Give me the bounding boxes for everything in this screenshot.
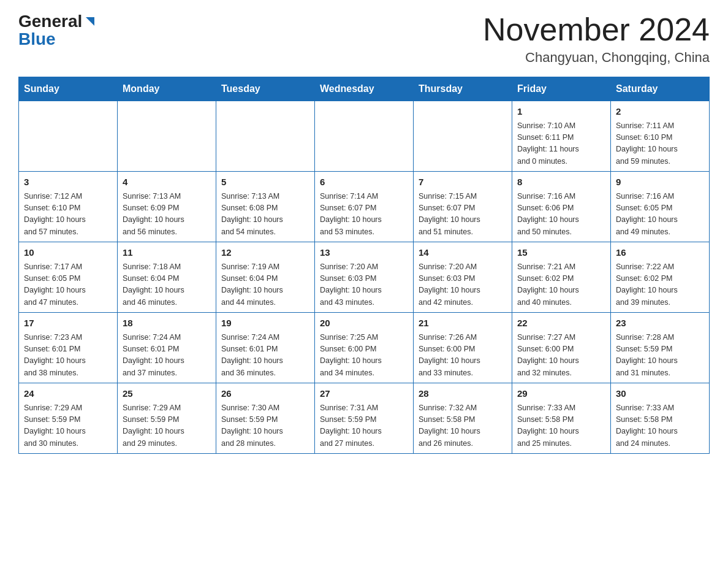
day-info: Sunrise: 7:18 AM Sunset: 6:04 PM Dayligh… [123,261,211,309]
day-info: Sunrise: 7:13 AM Sunset: 6:08 PM Dayligh… [221,191,309,239]
day-number: 6 [320,175,408,190]
day-number: 12 [221,246,309,260]
calendar-cell: 4Sunrise: 7:13 AM Sunset: 6:09 PM Daylig… [118,172,216,242]
logo: General Blue [18,12,97,48]
calendar-cell: 19Sunrise: 7:24 AM Sunset: 6:01 PM Dayli… [216,313,315,383]
day-number: 7 [419,175,507,190]
day-info: Sunrise: 7:33 AM Sunset: 5:58 PM Dayligh… [517,402,605,450]
day-number: 24 [24,387,112,401]
day-info: Sunrise: 7:31 AM Sunset: 5:59 PM Dayligh… [320,402,408,450]
day-number: 10 [24,246,112,260]
day-number: 21 [419,316,507,331]
calendar-cell [118,101,216,172]
day-info: Sunrise: 7:24 AM Sunset: 6:01 PM Dayligh… [123,332,211,380]
title-area: November 2024 Changyuan, Chongqing, Chin… [483,12,710,66]
calendar-cell: 16Sunrise: 7:22 AM Sunset: 6:02 PM Dayli… [611,242,710,313]
calendar-cell: 17Sunrise: 7:23 AM Sunset: 6:01 PM Dayli… [19,313,118,383]
svg-marker-0 [86,17,94,26]
day-info: Sunrise: 7:19 AM Sunset: 6:04 PM Dayligh… [221,261,309,309]
day-info: Sunrise: 7:27 AM Sunset: 6:00 PM Dayligh… [517,332,605,380]
day-info: Sunrise: 7:33 AM Sunset: 5:58 PM Dayligh… [616,402,704,450]
day-info: Sunrise: 7:20 AM Sunset: 6:03 PM Dayligh… [320,261,408,309]
day-info: Sunrise: 7:29 AM Sunset: 5:59 PM Dayligh… [24,402,112,450]
day-number: 27 [320,387,408,401]
calendar-cell: 14Sunrise: 7:20 AM Sunset: 6:03 PM Dayli… [414,242,512,313]
calendar-cell: 11Sunrise: 7:18 AM Sunset: 6:04 PM Dayli… [118,242,216,313]
week-row-1: 1Sunrise: 7:10 AM Sunset: 6:11 PM Daylig… [19,101,710,172]
day-info: Sunrise: 7:23 AM Sunset: 6:01 PM Dayligh… [24,332,112,380]
calendar-cell: 7Sunrise: 7:15 AM Sunset: 6:07 PM Daylig… [414,172,512,242]
day-info: Sunrise: 7:16 AM Sunset: 6:05 PM Dayligh… [616,191,704,239]
day-number: 3 [24,175,112,190]
day-info: Sunrise: 7:29 AM Sunset: 5:59 PM Dayligh… [123,402,211,450]
day-info: Sunrise: 7:28 AM Sunset: 5:59 PM Dayligh… [616,332,704,380]
calendar-table: SundayMondayTuesdayWednesdayThursdayFrid… [18,77,710,454]
day-number: 9 [616,175,704,190]
calendar-cell: 13Sunrise: 7:20 AM Sunset: 6:03 PM Dayli… [315,242,414,313]
day-number: 11 [123,246,211,260]
day-info: Sunrise: 7:32 AM Sunset: 5:58 PM Dayligh… [419,402,507,450]
day-info: Sunrise: 7:12 AM Sunset: 6:10 PM Dayligh… [24,191,112,239]
day-info: Sunrise: 7:10 AM Sunset: 6:11 PM Dayligh… [517,120,605,168]
calendar-cell: 18Sunrise: 7:24 AM Sunset: 6:01 PM Dayli… [118,313,216,383]
day-info: Sunrise: 7:21 AM Sunset: 6:02 PM Dayligh… [517,261,605,309]
day-number: 18 [123,316,211,331]
day-number: 15 [517,246,605,260]
weekday-header-row: SundayMondayTuesdayWednesdayThursdayFrid… [19,77,710,101]
calendar-cell: 15Sunrise: 7:21 AM Sunset: 6:02 PM Dayli… [512,242,611,313]
calendar-cell: 30Sunrise: 7:33 AM Sunset: 5:58 PM Dayli… [611,383,710,454]
day-number: 30 [616,387,704,401]
weekday-header-saturday: Saturday [611,77,710,101]
day-number: 19 [221,316,309,331]
calendar-cell: 2Sunrise: 7:11 AM Sunset: 6:10 PM Daylig… [611,101,710,172]
logo-blue-text: Blue [18,31,56,48]
month-title: November 2024 [483,12,710,47]
calendar-cell: 1Sunrise: 7:10 AM Sunset: 6:11 PM Daylig… [512,101,611,172]
weekday-header-wednesday: Wednesday [315,77,414,101]
day-number: 25 [123,387,211,401]
day-info: Sunrise: 7:11 AM Sunset: 6:10 PM Dayligh… [616,120,704,168]
calendar-cell: 23Sunrise: 7:28 AM Sunset: 5:59 PM Dayli… [611,313,710,383]
day-info: Sunrise: 7:30 AM Sunset: 5:59 PM Dayligh… [221,402,309,450]
weekday-header-friday: Friday [512,77,611,101]
calendar-cell [19,101,118,172]
day-number: 13 [320,246,408,260]
day-info: Sunrise: 7:17 AM Sunset: 6:05 PM Dayligh… [24,261,112,309]
day-number: 2 [616,105,704,119]
day-info: Sunrise: 7:22 AM Sunset: 6:02 PM Dayligh… [616,261,704,309]
calendar-cell: 27Sunrise: 7:31 AM Sunset: 5:59 PM Dayli… [315,383,414,454]
calendar-cell: 29Sunrise: 7:33 AM Sunset: 5:58 PM Dayli… [512,383,611,454]
day-info: Sunrise: 7:24 AM Sunset: 6:01 PM Dayligh… [221,332,309,380]
day-number: 4 [123,175,211,190]
day-info: Sunrise: 7:16 AM Sunset: 6:06 PM Dayligh… [517,191,605,239]
calendar-cell: 9Sunrise: 7:16 AM Sunset: 6:05 PM Daylig… [611,172,710,242]
header: General Blue November 2024 Changyuan, Ch… [18,12,710,66]
logo-triangle-icon [83,15,97,28]
day-number: 1 [517,105,605,119]
day-info: Sunrise: 7:20 AM Sunset: 6:03 PM Dayligh… [419,261,507,309]
weekday-header-monday: Monday [118,77,216,101]
weekday-header-thursday: Thursday [414,77,512,101]
calendar-cell: 25Sunrise: 7:29 AM Sunset: 5:59 PM Dayli… [118,383,216,454]
week-row-4: 17Sunrise: 7:23 AM Sunset: 6:01 PM Dayli… [19,313,710,383]
day-number: 17 [24,316,112,331]
day-number: 14 [419,246,507,260]
calendar-cell [216,101,315,172]
location-title: Changyuan, Chongqing, China [483,50,710,66]
calendar-cell: 12Sunrise: 7:19 AM Sunset: 6:04 PM Dayli… [216,242,315,313]
calendar-cell: 26Sunrise: 7:30 AM Sunset: 5:59 PM Dayli… [216,383,315,454]
calendar-cell: 20Sunrise: 7:25 AM Sunset: 6:00 PM Dayli… [315,313,414,383]
day-info: Sunrise: 7:15 AM Sunset: 6:07 PM Dayligh… [419,191,507,239]
day-info: Sunrise: 7:26 AM Sunset: 6:00 PM Dayligh… [419,332,507,380]
day-number: 22 [517,316,605,331]
calendar-cell: 6Sunrise: 7:14 AM Sunset: 6:07 PM Daylig… [315,172,414,242]
day-info: Sunrise: 7:14 AM Sunset: 6:07 PM Dayligh… [320,191,408,239]
calendar-cell: 3Sunrise: 7:12 AM Sunset: 6:10 PM Daylig… [19,172,118,242]
calendar-cell: 28Sunrise: 7:32 AM Sunset: 5:58 PM Dayli… [414,383,512,454]
calendar-cell: 10Sunrise: 7:17 AM Sunset: 6:05 PM Dayli… [19,242,118,313]
logo-general-text: General [18,13,82,30]
weekday-header-tuesday: Tuesday [216,77,315,101]
calendar-cell: 22Sunrise: 7:27 AM Sunset: 6:00 PM Dayli… [512,313,611,383]
day-info: Sunrise: 7:13 AM Sunset: 6:09 PM Dayligh… [123,191,211,239]
day-number: 26 [221,387,309,401]
